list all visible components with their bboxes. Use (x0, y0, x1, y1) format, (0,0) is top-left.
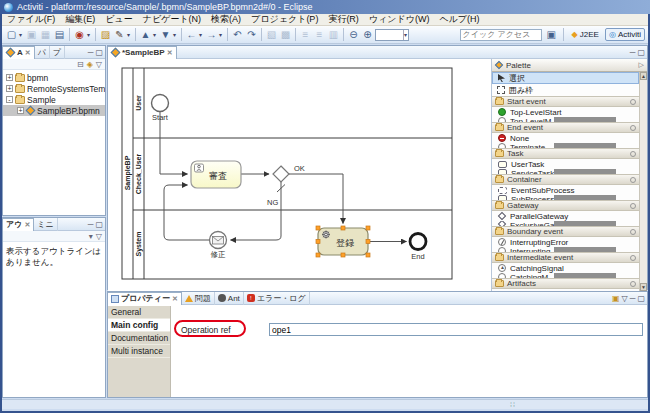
tab-activiti-explorer[interactable]: A✕ (3, 46, 35, 59)
tree-item-bpmn[interactable]: + bpmn (3, 72, 105, 83)
align-left-icon[interactable]: ≡ (299, 28, 312, 42)
category-multi-instance[interactable]: Multi instance (108, 345, 170, 358)
minimize-icon[interactable]: ─ (630, 48, 636, 57)
menu-window[interactable]: ウィンドウ(W) (364, 13, 435, 26)
maximize-icon[interactable]: ▢ (637, 294, 645, 303)
expand-icon[interactable]: + (6, 74, 13, 81)
align-right-icon[interactable]: ≡ (313, 28, 326, 42)
dropdown-icon[interactable]: ▾ (127, 31, 132, 38)
palette-group-boundary-event[interactable]: Boundary event (492, 226, 639, 237)
palette-header[interactable]: Palette ▷ (492, 59, 647, 72)
collapse-all-icon[interactable]: ⊟ (77, 60, 84, 69)
menu-navigate[interactable]: ナビゲート(N) (138, 13, 206, 26)
palette-item-interruptingerror[interactable]: InterruptingError (492, 237, 639, 247)
tree-item-samplebp[interactable]: + SampleBP.bpmn (3, 105, 105, 116)
run-tool-icon[interactable]: ◉ (73, 28, 86, 42)
end-event-node[interactable]: End (410, 234, 426, 262)
maximize-icon[interactable]: ▢ (95, 220, 103, 229)
palette-item-top-levelstart[interactable]: Top-LevelStart (492, 107, 639, 117)
expand-icon[interactable]: + (6, 85, 13, 92)
category-general[interactable]: General (108, 306, 170, 319)
palette-group-intermediate-event[interactable]: Intermediate event (492, 252, 639, 263)
view-menu-icon[interactable]: ▽ (96, 60, 102, 69)
minimize-icon[interactable]: ─ (88, 48, 94, 57)
resize-grip[interactable]: ⁞⁞ (510, 401, 516, 408)
start-event-node[interactable]: Start (152, 95, 169, 123)
quick-access-input[interactable] (460, 29, 542, 41)
palette-group-artifacts[interactable]: Artifacts (492, 278, 639, 289)
prev-marker-icon[interactable]: ▲ (139, 28, 152, 42)
review-task-node[interactable]: 審査 (191, 161, 241, 188)
fix-message-event-node[interactable]: 修正 (210, 232, 227, 260)
operation-ref-input[interactable] (269, 323, 643, 336)
copy-icon[interactable]: ▧ (265, 28, 278, 42)
palette-item-clipped[interactable]: Terminate (492, 143, 639, 148)
palette-group-end-event[interactable]: End event (492, 122, 639, 133)
category-main-config[interactable]: Main config (108, 319, 170, 332)
view-menu-icon[interactable]: ▽ (622, 294, 628, 303)
menu-edit[interactable]: 編集(E) (60, 13, 100, 26)
perspective-j2ee[interactable]: ◆J2EE (569, 29, 602, 40)
open-folder-icon[interactable]: ▨ (99, 28, 112, 42)
tab-project-explorer[interactable]: プ (50, 46, 65, 59)
palette-group-task[interactable]: Task (492, 148, 639, 159)
maximize-icon[interactable]: ▢ (637, 48, 645, 57)
forward-icon[interactable]: → (205, 28, 218, 42)
perspective-activiti[interactable]: ◎Activiti (605, 28, 645, 41)
palette-group-container[interactable]: Container (492, 174, 639, 185)
close-icon[interactable]: ✕ (167, 49, 173, 57)
dropdown-icon[interactable]: ▾ (199, 31, 204, 38)
sort-icon[interactable]: ▾ (89, 232, 93, 241)
palette-item-clipped[interactable]: CatchingM (492, 273, 639, 278)
minimize-icon[interactable]: ─ (630, 294, 636, 303)
tab-package-explorer[interactable]: パ (35, 46, 50, 59)
tab-ant[interactable]: Ant (215, 292, 244, 305)
expand-icon[interactable]: + (17, 107, 24, 114)
view-menu-icon[interactable]: ▽ (96, 232, 102, 241)
edit-icon[interactable]: ✎ (113, 28, 126, 42)
tab-minimap[interactable]: ミニ (34, 218, 57, 231)
redo-icon[interactable]: ↷ (245, 28, 258, 42)
palette-item-clipped[interactable]: ExclusiveGat (492, 221, 639, 226)
palette-item-clipped[interactable]: SubProcess (492, 195, 639, 200)
distribute-icon[interactable]: ▥ (327, 28, 340, 42)
menu-project[interactable]: プロジェクト(P) (246, 13, 323, 26)
tab-error-log[interactable]: !エラー・ログ (244, 292, 310, 305)
palette-tool-marquee[interactable]: 囲み枠 (492, 84, 639, 96)
tab-properties[interactable]: プロパティー✕ (108, 292, 182, 305)
palette-item-usertask[interactable]: UserTask (492, 159, 639, 169)
menu-run[interactable]: 実行(R) (323, 13, 364, 26)
palette-item-clipped[interactable]: Interrupting (492, 247, 639, 252)
menu-search[interactable]: 検索(A) (206, 13, 246, 26)
palette-item-clipped[interactable]: ServiceTask (492, 169, 639, 174)
close-icon[interactable]: ✕ (24, 221, 30, 229)
palette-group-start-event[interactable]: Start event (492, 96, 639, 107)
undo-icon[interactable]: ↶ (231, 28, 244, 42)
menu-view[interactable]: ビュー (100, 13, 137, 26)
new-wizard-icon[interactable]: ▢ (5, 28, 18, 42)
category-documentation[interactable]: Documentation (108, 332, 170, 345)
link-editor-icon[interactable]: ◈ (87, 60, 93, 69)
tab-outline[interactable]: アウ✕ (3, 218, 34, 231)
palette-item-catchingsignal[interactable]: CatchingSignal (492, 263, 639, 273)
minimize-icon[interactable]: ─ (88, 220, 94, 229)
close-icon[interactable]: ✕ (25, 49, 31, 57)
palette-item-eventsubprocess[interactable]: EventSubProcess (492, 185, 639, 195)
save-icon[interactable]: ▣ (25, 28, 38, 42)
tree-item-remotesystems[interactable]: + RemoteSystemsTempFiles (3, 83, 105, 94)
dropdown-icon[interactable]: ▾ (219, 31, 224, 38)
tree-item-sample[interactable]: - Sample (3, 94, 105, 105)
zoom-in-icon[interactable]: ⊕ (361, 28, 374, 42)
palette-group-gateway[interactable]: Gateway (492, 200, 639, 211)
menu-help[interactable]: ヘルプ(H) (434, 13, 484, 26)
back-icon[interactable]: ← (185, 28, 198, 42)
register-task-node[interactable]: 登録 (316, 226, 370, 257)
dropdown-icon[interactable]: ▾ (153, 31, 158, 38)
palette-item-parallelgateway[interactable]: ParallelGateway (492, 211, 639, 221)
paste-icon[interactable]: ▩ (279, 28, 292, 42)
open-perspective-icon[interactable]: ▣ (545, 28, 558, 42)
scroll-up-icon[interactable]: ▲ (640, 72, 647, 80)
menu-file[interactable]: ファイル(F) (2, 13, 60, 26)
maximize-icon[interactable]: ▢ (95, 48, 103, 57)
zoom-level-combo[interactable]: ▾ (375, 29, 409, 41)
